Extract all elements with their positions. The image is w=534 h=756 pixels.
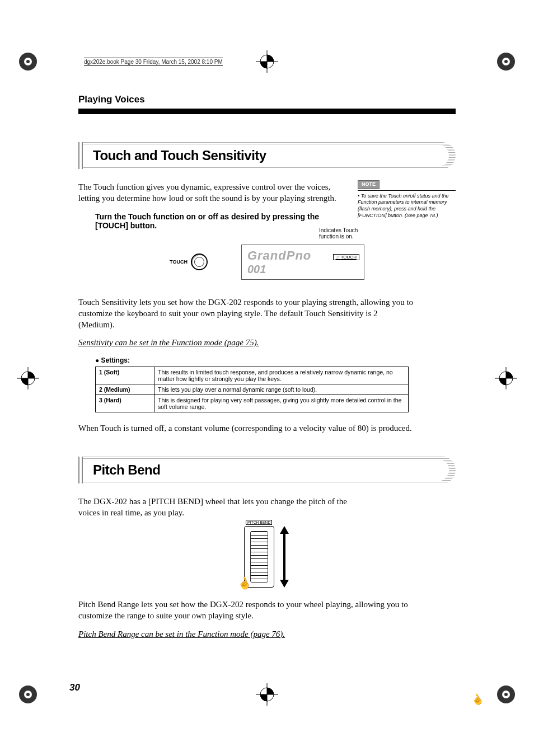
crop-mark-icon <box>17 50 39 73</box>
register-mark-icon <box>17 367 39 389</box>
note-text: To save the Touch on/off status and the … <box>358 193 456 219</box>
touch-off-text: When Touch is turned off, a constant vol… <box>78 422 414 434</box>
pitch-intro: The DGX-202 has a [PITCH BEND] wheel tha… <box>78 496 369 519</box>
setting-desc: This lets you play over a normal dynamic… <box>154 384 409 395</box>
table-row: 1 (Soft)This results in limited touch re… <box>96 367 409 384</box>
banner-title: Touch and Touch Sensitivity <box>93 148 266 163</box>
lcd-display: Indicates Touch function is on. GrandPno… <box>241 245 364 280</box>
up-down-arrow-icon <box>279 526 290 588</box>
intro-text: The Touch function gives you dynamic, ex… <box>78 181 347 204</box>
divider-bar <box>78 109 456 114</box>
svg-point-8 <box>26 693 30 696</box>
section-banner: Pitch Bend <box>78 457 456 483</box>
crop-mark-icon <box>495 50 517 73</box>
pitch-wheel-diagram: PITCH BEND ☝ <box>78 526 456 588</box>
section-title: Playing Voices <box>78 94 456 105</box>
settings-table: 1 (Soft)This results in limited touch re… <box>95 367 409 412</box>
table-row: 3 (Hard)This is designed for playing ver… <box>96 395 409 412</box>
settings-heading: Settings: <box>95 356 456 364</box>
crop-mark-icon <box>17 683 39 706</box>
pitch-range-text: Pitch Bend Range lets you set how the DG… <box>78 599 414 622</box>
crop-mark-icon <box>495 683 517 706</box>
setting-name: 2 (Medium) <box>96 384 154 395</box>
round-button-icon: ☝ <box>191 253 208 270</box>
svg-point-11 <box>504 693 508 696</box>
page-header-info: dgx202e.book Page 30 Friday, March 15, 2… <box>84 58 223 66</box>
note-label: NOTE <box>358 180 380 189</box>
touch-button-label: TOUCH <box>170 259 188 265</box>
function-link: Pitch Bend Range can be set in the Funct… <box>78 630 456 639</box>
setting-name: 3 (Hard) <box>96 395 154 412</box>
hand-cursor-icon: ☝ <box>469 691 486 708</box>
pitch-wheel-label: PITCH BEND <box>246 520 272 525</box>
svg-point-5 <box>504 60 508 63</box>
setting-desc: This results in limited touch response, … <box>154 367 409 384</box>
touch-button-diagram: TOUCH ☝ <box>170 253 208 270</box>
function-link: Sensitivity can be set in the Function m… <box>78 338 456 348</box>
banner-title: Pitch Bend <box>93 462 160 478</box>
note-box: NOTE To save the Touch on/off status and… <box>358 180 456 219</box>
touch-on-indicator: TOUCH <box>333 254 359 260</box>
section-banner: Touch and Touch Sensitivity <box>78 142 456 169</box>
setting-desc: This is designed for playing very soft p… <box>154 395 409 412</box>
instruction-text: Turn the Touch function on or off as des… <box>95 212 336 230</box>
svg-point-2 <box>26 60 30 63</box>
indicator-caption: Indicates Touch function is on. <box>319 227 375 240</box>
setting-name: 1 (Soft) <box>96 367 154 384</box>
table-row: 2 (Medium)This lets you play over a norm… <box>96 384 409 395</box>
display-voice-number: 001 <box>247 263 358 276</box>
register-mark-icon <box>495 367 517 389</box>
sensitivity-text: Touch Sensitivity lets you set how the D… <box>78 297 414 331</box>
page-number: 30 <box>69 682 80 693</box>
